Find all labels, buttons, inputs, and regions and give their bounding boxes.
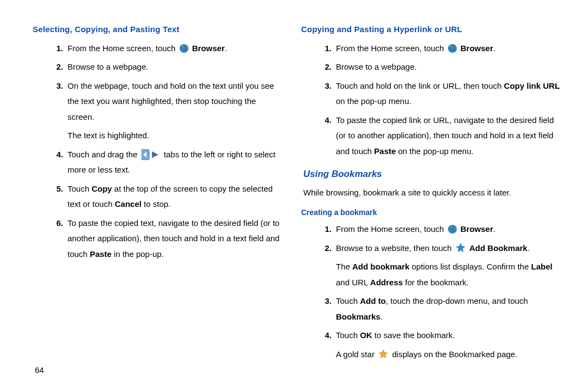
heading-creating-bookmark: Creating a bookmark	[301, 205, 561, 220]
list-text: Browse to a webpage.	[336, 59, 561, 75]
list-number: 4.	[320, 328, 332, 344]
list-subtext: The text is highlighted.	[68, 128, 283, 144]
star-icon	[456, 243, 465, 253]
right-column: Copying and Pasting a Hyperlink or URL 1…	[297, 22, 561, 381]
globe-icon	[179, 44, 189, 53]
list-number: 2.	[320, 241, 332, 256]
heading-copy-url: Copying and Pasting a Hyperlink or URL	[301, 22, 561, 38]
list-number: 3.	[320, 293, 332, 309]
list-item: 6. To paste the copied text, navigate to…	[51, 216, 283, 262]
list-text: To paste the copied text, navigate to th…	[68, 216, 283, 262]
list-item: 1. From the Home screen, touch Browser.	[51, 41, 283, 57]
globe-icon	[448, 44, 457, 53]
list-item: 2. Browse to a webpage.	[320, 59, 561, 75]
list-number: 3.	[320, 78, 332, 94]
list-item: 1. From the Home screen, touch Browser.	[320, 222, 561, 237]
list-text: Touch and drag the tabs to the left or r…	[68, 147, 283, 178]
list-right-a: 1. From the Home screen, touch Browser. …	[301, 41, 561, 160]
list-item: 1. From the Home screen, touch Browser.	[320, 41, 561, 57]
list-item: 5. Touch Copy at the top of the screen t…	[51, 181, 283, 212]
list-item: 3. On the webpage, touch and hold on the…	[51, 78, 283, 125]
list-number: 4.	[51, 147, 63, 163]
list-item: 4. To paste the copied link or URL, navi…	[320, 113, 561, 160]
list-text: Touch Add to, touch the drop-down menu, …	[336, 293, 561, 324]
selection-tabs-icon	[142, 149, 160, 160]
list-item: 4. Touch and drag the tabs to the left o…	[51, 147, 283, 178]
list-item: 4. Touch OK to save the bookmark.	[320, 328, 561, 344]
left-column: Selecting, Copying, and Pasting Text 1. …	[33, 22, 297, 381]
list-text: On the webpage, touch and hold on the te…	[68, 78, 283, 125]
list-text: Browse to a webpage.	[68, 59, 283, 75]
manual-page: Selecting, Copying, and Pasting Text 1. …	[0, 0, 588, 392]
svg-point-6	[450, 227, 451, 228]
globe-icon	[448, 224, 457, 234]
list-item: 2. Browse to a webpage.	[51, 59, 283, 75]
list-number: 2.	[320, 59, 332, 75]
list-number: 5.	[51, 181, 63, 197]
list-text: Touch and hold on the link or URL, then …	[336, 78, 561, 109]
list-text: From the Home screen, touch Browser.	[336, 222, 561, 237]
list-subtext: A gold star displays on the Bookmarked p…	[336, 347, 561, 363]
list-text: From the Home screen, touch Browser.	[336, 41, 561, 57]
svg-point-1	[182, 46, 183, 47]
page-number: 64	[35, 363, 44, 378]
list-number: 1.	[51, 41, 63, 57]
list-item: 3. Touch Add to, touch the drop-down men…	[320, 293, 561, 324]
list-number: 6.	[51, 216, 63, 231]
list-text: From the Home screen, touch Browser.	[68, 41, 283, 57]
list-number: 3.	[51, 78, 63, 94]
heading-selecting: Selecting, Copying, and Pasting Text	[33, 22, 283, 38]
list-number: 4.	[320, 113, 332, 128]
svg-point-4	[450, 46, 451, 47]
list-text: Browse to a website, then touch Add Book…	[336, 241, 561, 256]
heading-using-bookmarks: Using Bookmarks	[301, 166, 561, 183]
list-number: 1.	[320, 222, 332, 237]
list-right-b: 1. From the Home screen, touch Browser. …	[301, 222, 561, 362]
list-text: Touch Copy at the top of the screen to c…	[68, 181, 283, 212]
list-text: Touch OK to save the bookmark.	[336, 328, 561, 344]
intro-text: While browsing, bookmark a site to quick…	[301, 185, 561, 201]
list-left: 1. From the Home screen, touch Browser. …	[33, 41, 283, 262]
list-number: 1.	[320, 41, 332, 57]
list-item: 3. Touch and hold on the link or URL, th…	[320, 78, 561, 109]
list-number: 2.	[51, 59, 63, 75]
list-subtext: The Add bookmark options list displays. …	[336, 259, 561, 290]
list-item: 2. Browse to a website, then touch Add B…	[320, 241, 561, 256]
list-text: To paste the copied link or URL, navigat…	[336, 113, 561, 160]
gold-star-icon	[378, 349, 388, 359]
